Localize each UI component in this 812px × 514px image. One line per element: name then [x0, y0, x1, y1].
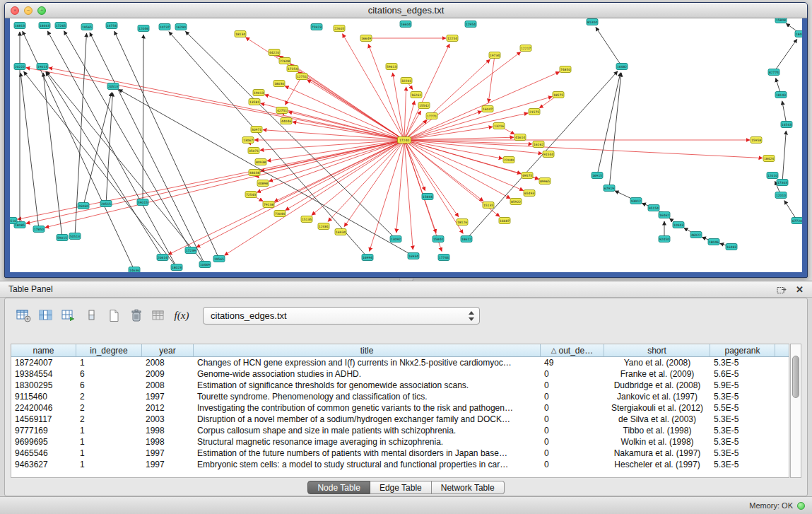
table-cell[interactable]: 0	[541, 414, 604, 425]
table-cell[interactable]: 0	[541, 368, 604, 380]
graph-node[interactable]: 72543	[245, 192, 257, 198]
graph-node[interactable]: 92450	[659, 236, 670, 243]
graph-node[interactable]: 18126	[457, 219, 468, 226]
table-row[interactable]: 977716911998Corpus callosum shape and si…	[11, 425, 789, 436]
column-header-out_de[interactable]: △out_de…	[541, 344, 604, 356]
graph-node[interactable]: 59015	[57, 235, 68, 241]
graph-node[interactable]: 89965	[539, 178, 551, 185]
graph-node[interactable]: 44638	[249, 170, 260, 176]
table-row[interactable]: 911546021997Tourette syndrome. Phenomeno…	[11, 391, 789, 402]
table-cell[interactable]: 0	[541, 459, 604, 470]
graph-node[interactable]: 16290	[175, 24, 187, 30]
graph-node[interactable]: 46922	[690, 232, 702, 238]
table-cell[interactable]: 6	[76, 368, 142, 380]
table-row[interactable]: 1872400712008Changes of HCN gene express…	[11, 357, 789, 368]
row-chooser-button[interactable]	[80, 305, 102, 326]
graph-node[interactable]: 17771	[426, 113, 437, 119]
graph-node[interactable]: 14636	[129, 267, 140, 273]
tab-edge-table[interactable]: Edge Table	[370, 481, 432, 494]
table-cell[interactable]: 1998	[142, 425, 194, 436]
graph-node[interactable]: 75923	[311, 24, 322, 30]
table-cell[interactable]: 6	[76, 380, 142, 391]
graph-node[interactable]: 19734	[489, 52, 500, 59]
table-row[interactable]: 1830029562008Estimation of significance …	[11, 380, 789, 391]
table-cell[interactable]: 1	[76, 436, 142, 448]
table-cell[interactable]: Hescheler et al. (1997)	[604, 459, 710, 470]
table-cell[interactable]: 2012	[142, 402, 194, 414]
column-header-short[interactable]: short	[604, 344, 710, 356]
table-cell[interactable]: Dudbridge et al. (2008)	[604, 380, 710, 391]
table-cell[interactable]: Corpus callosum shape and size in male p…	[194, 425, 541, 436]
graph-node[interactable]: 16649	[360, 35, 372, 42]
table-cell[interactable]: 9699695	[11, 436, 76, 448]
table-cell[interactable]: 1	[76, 425, 142, 436]
graph-node[interactable]: 40898	[257, 180, 269, 187]
table-cell[interactable]: Nakamura et al. (1997)	[604, 448, 710, 459]
graph-node[interactable]: 18612	[461, 236, 472, 243]
table-cell[interactable]: 14569117	[11, 414, 76, 425]
table-row[interactable]: 1938455462009Genome-wide association stu…	[11, 368, 789, 380]
create-table-button[interactable]	[102, 305, 125, 326]
table-cell[interactable]: 18300295	[11, 380, 76, 391]
graph-node[interactable]: 18407	[795, 31, 802, 37]
graph-node[interactable]: 12954	[465, 21, 476, 28]
tab-node-table[interactable]: Node Table	[307, 481, 370, 494]
graph-node[interactable]: 17354	[287, 66, 298, 72]
table-cell[interactable]: Tibbo et al. (1998)	[604, 425, 710, 436]
table-selector-dropdown[interactable]: citations_edges.txt	[203, 307, 480, 325]
graph-node[interactable]: 17265	[55, 23, 66, 29]
table-cell[interactable]: 0	[541, 380, 604, 391]
table-cell[interactable]: 1	[76, 459, 142, 470]
graph-node[interactable]: 16483	[726, 244, 737, 250]
table-cell[interactable]: 5.9E-5	[710, 380, 775, 391]
graph-node[interactable]: 17239	[185, 247, 196, 254]
scrollbar-thumb[interactable]	[792, 356, 799, 398]
graph-node[interactable]: 10737	[159, 24, 170, 30]
graph-node[interactable]: 17850	[33, 226, 45, 233]
table-cell[interactable]: 5.3E-5	[710, 391, 775, 402]
graph-node[interactable]: 80938	[255, 159, 266, 165]
graph-node[interactable]: 17744	[438, 255, 449, 261]
table-cell[interactable]: 5.3E-5	[710, 357, 775, 368]
table-cell[interactable]: 5.3E-5	[710, 425, 775, 436]
graph-node[interactable]: 15844	[422, 194, 433, 200]
table-cell[interactable]: 2008	[142, 380, 194, 391]
graph-node[interactable]: 85922	[510, 199, 522, 205]
graph-node[interactable]: 18143	[775, 92, 787, 98]
graph-node[interactable]: 13216	[493, 123, 505, 129]
table-row[interactable]: 969969511998Structural magnetic resonanc…	[11, 436, 789, 448]
graph-node[interactable]: 16462	[659, 212, 670, 218]
graph-node[interactable]: 12010	[767, 173, 778, 179]
graph-node[interactable]: 16261	[411, 92, 422, 98]
graph-node[interactable]: 50513	[69, 233, 81, 240]
table-cell[interactable]: 1997	[142, 391, 194, 402]
graph-node[interactable]: 18030	[273, 81, 285, 87]
table-cell[interactable]: 2	[76, 402, 142, 414]
graph-node[interactable]: 26060	[78, 203, 89, 209]
graph-node[interactable]: 91544	[543, 151, 554, 158]
graph-node[interactable]: 16162	[533, 141, 544, 148]
edit-columns-button[interactable]	[57, 305, 80, 326]
graph-node[interactable]: 74850	[560, 66, 571, 73]
table-cell[interactable]: Wolkin et al. (1998)	[604, 436, 710, 448]
graph-node[interactable]: 82774	[768, 69, 779, 76]
graph-node[interactable]: 44220	[269, 49, 280, 56]
column-header-title[interactable]: title	[194, 344, 541, 356]
graph-node[interactable]: 67720	[792, 218, 802, 224]
graph-node[interactable]: 17303	[777, 180, 788, 186]
show-columns-button[interactable]	[35, 305, 57, 326]
table-cell[interactable]: 2008	[142, 357, 194, 368]
graph-node[interactable]: 42751	[276, 107, 288, 114]
graph-node[interactable]: 12254	[447, 35, 458, 42]
table-vertical-scrollbar[interactable]	[790, 344, 801, 478]
graph-node[interactable]: 15844	[433, 236, 444, 243]
graph-node[interactable]: 20222	[14, 64, 25, 70]
table-cell[interactable]: Genome-wide association studies in ADHD.	[194, 368, 541, 380]
table-cell[interactable]: 1	[76, 448, 142, 459]
table-cell[interactable]: 2009	[142, 368, 194, 380]
graph-node[interactable]: 15135	[483, 202, 494, 209]
graph-node[interactable]: 93912	[630, 198, 642, 204]
table-cell[interactable]: Estimation of significance thresholds fo…	[194, 380, 541, 391]
close-panel-icon[interactable]: ✕	[796, 284, 804, 295]
graph-node[interactable]: 65493	[524, 190, 535, 197]
